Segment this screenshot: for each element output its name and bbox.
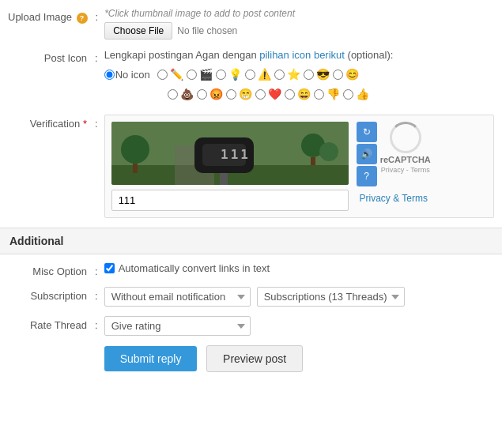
colon-4: :: [95, 262, 104, 277]
captcha-svg: 111: [111, 122, 349, 185]
cool-icon: 😎: [315, 66, 332, 83]
film-radio[interactable]: [187, 70, 197, 80]
help-icon[interactable]: ?: [77, 13, 88, 24]
upload-image-row: Upload Image ? : *Click thumbnail image …: [0, 8, 502, 40]
recaptcha-help-button[interactable]: ?: [357, 166, 377, 186]
icon-row-1: No icon ✏️ 🎬 💡 ⚠️ ⭐: [104, 66, 494, 83]
poop-radio[interactable]: [168, 89, 178, 100]
colon-2: :: [95, 49, 104, 64]
thumbsup-radio[interactable]: [343, 89, 353, 100]
post-icon-row: Post Icon : Lengkapi postingan Agan deng…: [0, 49, 502, 105]
rate-thread-row: Rate Thread : Give rating: [0, 316, 502, 336]
star-radio[interactable]: [274, 70, 285, 80]
thumbsup-icon: 👍: [354, 85, 372, 103]
misc-option-row: Misc Option : Automatically convert link…: [0, 262, 502, 277]
icon-poop[interactable]: 💩: [168, 85, 196, 103]
rate-thread-label: Rate Thread: [8, 316, 95, 331]
recaptcha-brand: reCAPTCHA: [380, 155, 431, 164]
icon-thumbsdown[interactable]: 👎: [314, 85, 342, 103]
verification-container: 111 111: [104, 115, 494, 218]
misc-option-checkbox[interactable]: [104, 263, 115, 273]
icon-pencil[interactable]: ✏️: [157, 66, 186, 83]
thumbsdown-icon: 👎: [325, 85, 342, 103]
warning-radio[interactable]: [245, 70, 255, 80]
subscriptions-dropdown[interactable]: Subscriptions (13 Threads): [257, 287, 405, 307]
upload-image-label: Upload Image ?: [8, 8, 96, 24]
recaptcha-container: ↻ 🔊 ? reCAPTCHA Privacy - Terms Privacy …: [357, 122, 431, 204]
pencil-radio[interactable]: [157, 70, 168, 80]
verification-content: 111 111: [104, 115, 494, 218]
heart-icon: ❤️: [266, 85, 284, 103]
subscription-label: Subscription: [8, 287, 95, 302]
misc-option-checkbox-label[interactable]: Automatically convert links in text: [104, 262, 494, 274]
icon-angry[interactable]: 😡: [197, 85, 225, 103]
required-marker: *: [83, 118, 87, 130]
pencil-icon: ✏️: [168, 66, 186, 83]
thumbsdown-radio[interactable]: [314, 89, 324, 100]
subscription-row: Subscription : Without email notificatio…: [0, 287, 502, 307]
poop-icon: 💩: [179, 85, 196, 103]
action-buttons-content: Submit reply Preview post: [104, 345, 494, 372]
icon-warning[interactable]: ⚠️: [245, 66, 274, 83]
colon-3: :: [95, 115, 104, 130]
cool-radio[interactable]: [304, 70, 314, 80]
preview-post-button[interactable]: Preview post: [206, 345, 303, 372]
verification-row: Verification * :: [0, 115, 502, 218]
bulb-icon: 💡: [227, 66, 244, 83]
heart-radio[interactable]: [255, 89, 266, 100]
smile-icon: 😊: [344, 66, 361, 83]
no-icon-label: No icon: [115, 69, 150, 81]
recaptcha-audio-button[interactable]: 🔊: [357, 144, 377, 164]
recaptcha-sublabel: Privacy - Terms: [381, 166, 430, 174]
subscription-dropdown[interactable]: Without email notification: [104, 287, 251, 307]
colon-5: :: [95, 287, 104, 302]
svg-rect-6: [220, 173, 228, 185]
misc-option-label: Misc Option: [8, 262, 95, 277]
icon-star[interactable]: ⭐: [274, 66, 303, 83]
icon-cool[interactable]: 😎: [304, 66, 332, 83]
smile-radio[interactable]: [333, 70, 343, 80]
rating-dropdown[interactable]: Give rating: [104, 316, 251, 336]
rate-thread-content: Give rating: [104, 316, 494, 336]
happy-radio[interactable]: [285, 89, 295, 100]
icon-heart[interactable]: ❤️: [255, 85, 284, 103]
bulb-radio[interactable]: [216, 70, 226, 80]
action-buttons-row: : Submit reply Preview post: [0, 345, 502, 372]
no-icon-option[interactable]: No icon: [104, 69, 150, 81]
post-icon-description: Lengkapi postingan Agan dengan pilihan i…: [104, 49, 494, 61]
star-icon: ⭐: [285, 66, 303, 83]
icon-film[interactable]: 🎬: [187, 66, 215, 83]
subscription-dropdowns: Without email notification Subscriptions…: [104, 287, 494, 307]
privacy-terms-link[interactable]: Privacy & Terms: [359, 193, 427, 204]
icon-row-2: 💩 😡 😁 ❤️ 😄 👎: [104, 85, 494, 103]
misc-option-checkbox-text: Automatically convert links in text: [119, 262, 270, 274]
icon-thumbsup[interactable]: 👍: [343, 85, 372, 103]
angry-radio[interactable]: [197, 89, 207, 100]
post-icon-link[interactable]: pilihan icon berikut: [259, 49, 345, 61]
post-icon-text: Post Icon: [44, 52, 87, 64]
captcha-input[interactable]: 111: [111, 190, 349, 211]
icon-happy[interactable]: 😄: [285, 85, 313, 103]
submit-reply-button[interactable]: Submit reply: [104, 346, 198, 371]
icon-grin[interactable]: 😁: [226, 85, 255, 103]
additional-header: Additional: [0, 228, 502, 254]
subscription-content: Without email notification Subscriptions…: [104, 287, 494, 307]
captcha-image: 111: [111, 122, 349, 185]
colon-1: :: [96, 8, 105, 23]
svg-rect-9: [133, 164, 138, 173]
verification-label: Verification *: [8, 115, 95, 130]
choose-file-button[interactable]: Choose File: [104, 22, 172, 40]
no-icon-radio[interactable]: [104, 70, 115, 80]
misc-option-content: Automatically convert links in text: [104, 262, 494, 274]
upload-image-content: *Click thumbnail image to add to post co…: [104, 8, 494, 40]
additional-header-text: Additional: [9, 235, 63, 247]
grin-radio[interactable]: [226, 89, 236, 100]
upload-hint: *Click thumbnail image to add to post co…: [104, 8, 494, 19]
svg-point-12: [319, 142, 338, 161]
film-icon: 🎬: [198, 66, 215, 83]
recaptcha-refresh-button[interactable]: ↻: [357, 122, 377, 142]
icon-smile[interactable]: 😊: [333, 66, 361, 83]
rate-thread-text: Rate Thread: [30, 319, 87, 331]
icon-bulb[interactable]: 💡: [216, 66, 244, 83]
angry-icon: 😡: [208, 85, 225, 103]
